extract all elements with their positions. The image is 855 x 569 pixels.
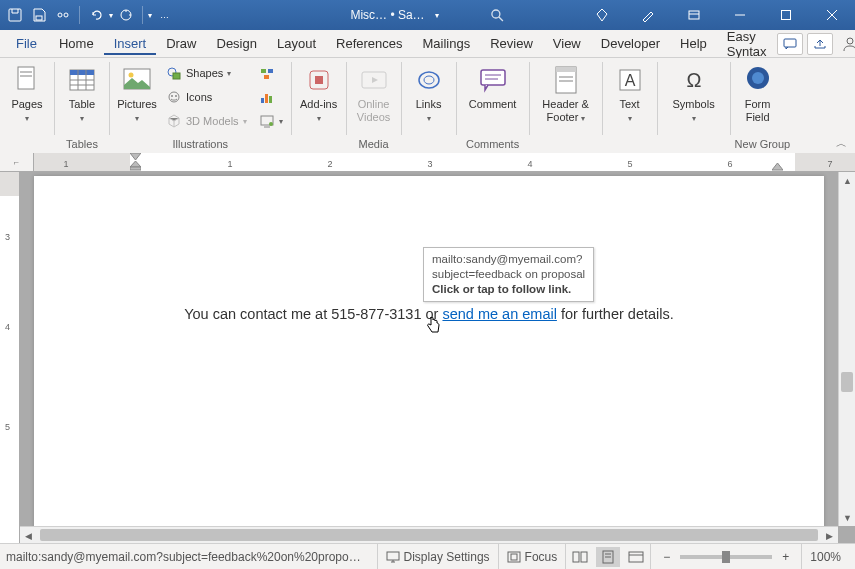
text-after-link: for further details.	[557, 306, 674, 322]
ruler-corner: ⌐	[0, 153, 34, 171]
quick-access-toolbar: ▾ ▾ …	[0, 4, 173, 26]
right-indent-icon[interactable]	[772, 163, 783, 171]
touch-mode-icon[interactable]	[52, 4, 74, 26]
account-icon[interactable]	[837, 33, 855, 55]
tab-easy-syntax[interactable]: Easy Syntax	[717, 25, 777, 63]
diamond-icon[interactable]	[579, 0, 625, 30]
tab-draw[interactable]: Draw	[156, 32, 206, 55]
links-button[interactable]: Links▾	[406, 60, 452, 129]
tab-insert[interactable]: Insert	[104, 32, 157, 55]
svg-rect-10	[782, 11, 791, 20]
addins-icon	[303, 64, 335, 96]
shapes-button[interactable]: Shapes▾	[162, 62, 251, 84]
pen-icon[interactable]	[625, 0, 671, 30]
smartart-button[interactable]	[255, 62, 287, 84]
svg-rect-60	[581, 552, 587, 562]
chart-button[interactable]	[255, 86, 287, 108]
symbols-icon: Ω	[678, 64, 710, 96]
undo-icon[interactable]	[85, 4, 107, 26]
document-page[interactable]: You can contact me at 515-877-3131 or se…	[34, 176, 824, 543]
pages-icon	[11, 64, 43, 96]
addins-button[interactable]: Add-ins▾	[296, 60, 342, 129]
zoom-level[interactable]: 100%	[801, 544, 849, 569]
tab-home[interactable]: Home	[49, 32, 104, 55]
focus-button[interactable]: Focus	[498, 544, 566, 569]
svg-rect-40	[315, 76, 323, 84]
screenshot-button[interactable]: ▾	[255, 110, 287, 132]
document-title: Misc… • Sa…	[350, 8, 424, 22]
close-button[interactable]	[809, 0, 855, 30]
svg-rect-58	[511, 554, 517, 560]
pictures-button[interactable]: Pictures▾	[114, 60, 160, 129]
share-button[interactable]	[807, 33, 833, 55]
tab-design[interactable]: Design	[207, 32, 267, 55]
tab-review[interactable]: Review	[480, 32, 543, 55]
tab-view[interactable]: View	[543, 32, 591, 55]
text-icon: A	[614, 64, 646, 96]
comment-button[interactable]: Comment	[461, 60, 525, 115]
page-scroll[interactable]: You can contact me at 515-877-3131 or se…	[20, 172, 855, 543]
symbols-button[interactable]: Ω Symbols▾	[662, 60, 726, 129]
tab-developer[interactable]: Developer	[591, 32, 670, 55]
svg-point-2	[58, 13, 62, 17]
svg-point-5	[492, 10, 500, 18]
file-tab[interactable]: File	[4, 32, 49, 55]
print-layout-button[interactable]	[596, 547, 620, 567]
svg-point-42	[419, 72, 439, 88]
vscroll-thumb[interactable]	[841, 372, 853, 392]
redo-icon[interactable]	[115, 4, 137, 26]
icons-button[interactable]: Icons	[162, 86, 251, 108]
form-field-button[interactable]: Form Field	[735, 60, 781, 128]
tooltip-instruction: Click or tap to follow link.	[432, 282, 585, 297]
comments-pane-button[interactable]	[777, 33, 803, 55]
first-line-indent-icon[interactable]	[130, 153, 141, 161]
paragraph[interactable]: You can contact me at 515-877-3131 or se…	[124, 306, 734, 322]
chart-icon	[259, 89, 275, 105]
zoom-out-button[interactable]: −	[659, 550, 674, 564]
svg-rect-43	[481, 70, 505, 85]
autosave-toggle[interactable]	[4, 4, 26, 26]
svg-rect-55	[130, 167, 141, 170]
display-settings-button[interactable]: Display Settings	[377, 544, 498, 569]
scroll-up-icon[interactable]: ▲	[839, 172, 855, 189]
scroll-down-icon[interactable]: ▼	[839, 509, 855, 526]
svg-rect-13	[784, 39, 796, 47]
scroll-right-icon[interactable]: ▶	[821, 527, 838, 543]
svg-rect-7	[689, 11, 699, 19]
svg-point-25	[129, 73, 134, 78]
svg-rect-34	[261, 98, 264, 103]
tab-help[interactable]: Help	[670, 32, 717, 55]
horizontal-ruler[interactable]: ⌐ 1 1 2 3 4 5 6 7	[0, 154, 855, 172]
tab-references[interactable]: References	[326, 32, 412, 55]
hscroll-thumb[interactable]	[40, 529, 818, 541]
read-mode-button[interactable]	[568, 547, 592, 567]
hanging-indent-icon[interactable]	[130, 161, 141, 171]
scroll-left-icon[interactable]: ◀	[20, 527, 37, 543]
minimize-button[interactable]	[717, 0, 763, 30]
email-hyperlink[interactable]: send me an email	[442, 306, 556, 322]
3d-models-button[interactable]: 3D Models ▾	[162, 110, 251, 132]
save-icon[interactable]	[28, 4, 50, 26]
zoom-slider[interactable]	[680, 555, 772, 559]
svg-rect-17	[20, 75, 32, 77]
zoom-in-button[interactable]: +	[778, 550, 793, 564]
horizontal-scrollbar[interactable]: ◀ ▶	[20, 526, 838, 543]
pages-button[interactable]: Pages▾	[4, 60, 50, 129]
tab-mailings[interactable]: Mailings	[413, 32, 481, 55]
text-button[interactable]: A Text▾	[607, 60, 653, 129]
maximize-button[interactable]	[763, 0, 809, 30]
header-footer-button[interactable]: Header & Footer ▾	[534, 60, 598, 129]
group-media-label: Media	[351, 137, 397, 153]
tooltip-url-2: subject=feedback on proposal	[432, 267, 585, 282]
vertical-scrollbar[interactable]: ▲ ▼	[838, 172, 855, 526]
ribbon-collapse-icon[interactable]: ︿	[836, 136, 847, 151]
vertical-ruler[interactable]: 3 4 5	[0, 172, 20, 543]
search-icon[interactable]	[489, 7, 505, 23]
svg-text:A: A	[624, 72, 635, 89]
web-layout-button[interactable]	[624, 547, 648, 567]
tab-layout[interactable]: Layout	[267, 32, 326, 55]
ribbon-mode-icon[interactable]	[671, 0, 717, 30]
smartart-icon	[259, 65, 275, 81]
table-button[interactable]: Table▾	[59, 60, 105, 129]
group-tables-label: Tables	[59, 137, 105, 153]
